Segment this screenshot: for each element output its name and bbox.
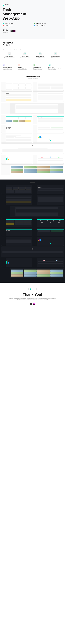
screen-thumbnail[interactable] [1, 125, 32, 133]
about-top-features: Organized System Well structured files a… [2, 52, 62, 58]
about-title: About Our Project [2, 42, 62, 46]
screen-count: 210+ Total Screens [2, 29, 8, 33]
screen-thumbnail[interactable] [33, 125, 64, 133]
hero-section: Tridex Task Management Web-App Organized… [0, 0, 65, 38]
screen-thumbnail[interactable] [1, 228, 32, 236]
brand-logo: Tridex [2, 4, 62, 6]
adobexd-icon: Xd [14, 30, 16, 32]
check-icon [2, 23, 4, 24]
grid-icon [24, 52, 26, 55]
screen-thumbnail[interactable] [33, 185, 64, 194]
feat-easy: Easy To Use & Modify Editable layers and… [48, 52, 62, 58]
moon-icon [2, 64, 5, 66]
palette-icon [39, 52, 42, 55]
thank-you-section: dridex Thank You! Thank you for taking t… [0, 283, 65, 312]
dark-mode-section [0, 180, 65, 283]
brand-name: Tridex [5, 4, 9, 6]
screen-thumbnail[interactable] [1, 218, 32, 227]
feat-layout: Complete Layout Every screen you need to… [18, 52, 32, 58]
screen-thumbnail[interactable] [1, 92, 32, 102]
feat-organized: Organized System Well structured files a… [2, 52, 16, 58]
screen-thumbnail[interactable] [1, 164, 64, 175]
screen-thumbnail[interactable] [33, 134, 64, 142]
bottom-features: Light & Dark Themes Two complete color p… [0, 64, 65, 73]
screen-thumbnail[interactable] [1, 82, 32, 91]
screen-thumbnail[interactable] [33, 92, 64, 102]
brand-dot-icon [30, 288, 31, 290]
screen-thumbnail[interactable] [33, 82, 64, 91]
light-screens-gallery [0, 82, 65, 180]
screen-thumbnail[interactable] [1, 206, 64, 218]
tool-icons: F Xd [10, 30, 16, 32]
check-icon [34, 23, 35, 24]
thank-tool-icons: F Xd [2, 303, 62, 305]
preview-title: Template Preview [0, 76, 65, 78]
bf-global: Global Styling Kit Centralized color, ty… [33, 64, 47, 70]
about-description: A detailed design project showcasing a c… [2, 48, 38, 50]
screen-thumbnail[interactable] [1, 102, 64, 114]
screen-thumbnail[interactable] [1, 246, 64, 257]
check-icon [34, 25, 35, 26]
preview-header: Template Preview Light and dark screen g… [0, 73, 65, 82]
screen-thumbnail[interactable] [1, 185, 32, 194]
figma-icon: F [10, 30, 12, 32]
adobexd-icon: Xd [33, 303, 35, 305]
screen-thumbnail[interactable] [1, 268, 64, 278]
feature-organized: Organized Layout [2, 23, 31, 24]
check-icon [2, 25, 4, 26]
type-icon [18, 64, 20, 66]
screen-thumbnail[interactable] [1, 144, 64, 154]
layers-icon [8, 52, 11, 55]
screen-thumbnail[interactable] [1, 258, 32, 267]
brand-badge: dridex [28, 288, 36, 290]
bf-font: Free Font Uses freely available typeface… [18, 64, 32, 70]
screen-thumbnail[interactable] [1, 115, 32, 124]
svg-rect-2 [24, 54, 25, 54]
feat-styling: Global Styling Kit Consistent tokens and… [33, 52, 47, 58]
hero-title: Task Management Web-App [2, 8, 62, 20]
preview-subtitle: Light and dark screen gallery [0, 78, 65, 79]
feature-lightdark: Light & Dark Mode [34, 25, 62, 26]
globe-icon [33, 64, 36, 66]
bf-layers: Layers Inside Every element is on its ow… [48, 64, 62, 70]
brand-mark-icon [2, 4, 4, 6]
svg-rect-0 [24, 53, 25, 54]
thank-description: Thank you for taking the time to explore… [8, 298, 56, 300]
stack-icon [48, 64, 51, 66]
screen-thumbnail[interactable] [33, 237, 64, 246]
svg-point-4 [40, 53, 41, 54]
screen-thumbnail[interactable] [33, 228, 64, 236]
screen-thumbnail[interactable] [33, 154, 64, 164]
screen-thumbnail[interactable] [1, 237, 32, 246]
screen-thumbnail[interactable] [33, 258, 64, 267]
screen-thumbnail[interactable] [33, 194, 64, 205]
feature-responsive: Fully Responsive [2, 25, 31, 26]
screen-thumbnail[interactable] [33, 115, 64, 124]
feature-customizable: 100% Customizable [34, 23, 62, 24]
about-section: About Our Project A detailed design proj… [0, 38, 65, 64]
edit-icon [54, 52, 57, 55]
hero-feature-grid: Organized Layout 100% Customizable Fully… [2, 23, 62, 26]
svg-rect-3 [25, 54, 26, 54]
screen-thumbnail[interactable] [1, 154, 32, 164]
screen-thumbnail[interactable] [33, 218, 64, 227]
svg-rect-1 [25, 53, 26, 54]
figma-icon: F [30, 303, 32, 305]
bf-themes: Light & Dark Themes Two complete color p… [2, 64, 17, 70]
screen-thumbnail[interactable] [1, 134, 32, 142]
thank-title: Thank You! [2, 292, 62, 297]
count-row: 210+ Total Screens F Xd [2, 29, 62, 33]
screen-thumbnail[interactable] [1, 194, 32, 205]
